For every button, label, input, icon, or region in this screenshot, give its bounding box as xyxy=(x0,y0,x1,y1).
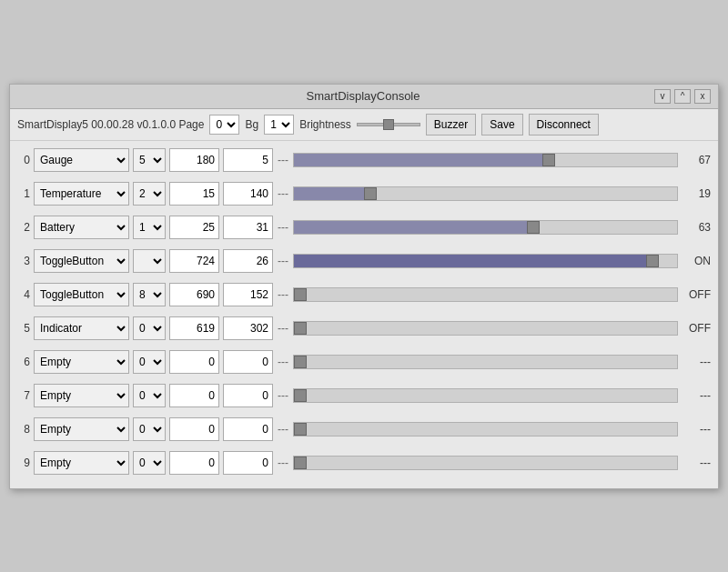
row-val2-input[interactable] xyxy=(223,316,273,340)
row-param-select[interactable]: 1 0123 45678 xyxy=(133,216,166,239)
table-row: 3 ToggleButton Empty Gauge Temperature B… xyxy=(17,246,711,276)
maximize-button[interactable]: ^ xyxy=(674,89,691,104)
table-row: 8 Empty Empty Gauge Temperature Battery … xyxy=(17,414,711,445)
row-value: --- xyxy=(683,423,711,436)
row-slider-container: ON xyxy=(293,254,711,268)
row-param-select[interactable]: 8 0123 45678 xyxy=(133,283,166,306)
row-param-select[interactable]: 0 0123 45678 xyxy=(133,316,166,340)
row-slider-container: --- xyxy=(293,388,711,403)
row-index: 6 xyxy=(17,356,30,368)
table-row: 0 Gauge Empty Gauge Temperature Battery … xyxy=(17,145,711,176)
row-slider[interactable] xyxy=(293,422,678,437)
minimize-button[interactable]: v xyxy=(654,89,671,104)
row-value: --- xyxy=(683,389,711,402)
disconnect-button[interactable]: Disconnect xyxy=(529,114,599,135)
row-slider[interactable] xyxy=(293,321,678,336)
row-slider-container: 63 xyxy=(293,220,711,235)
row-val2-input[interactable] xyxy=(223,216,273,239)
row-val2-input[interactable] xyxy=(223,148,273,172)
row-dash: --- xyxy=(277,389,289,402)
row-val1-input[interactable] xyxy=(169,148,219,172)
buzzer-button[interactable]: Buzzer xyxy=(426,114,476,135)
table-row: 2 Battery Empty Gauge Temperature Batter… xyxy=(17,212,711,243)
row-index: 1 xyxy=(17,187,30,200)
row-slider[interactable] xyxy=(293,287,678,302)
table-row: 4 ToggleButton Empty Gauge Temperature B… xyxy=(17,279,711,310)
row-slider[interactable] xyxy=(293,355,678,369)
row-slider[interactable] xyxy=(293,186,678,201)
row-slider[interactable] xyxy=(293,456,678,470)
row-val2-input[interactable] xyxy=(223,417,273,441)
main-window: SmartDisplayConsole v ^ x SmartDisplay5 … xyxy=(9,84,719,489)
row-val1-input[interactable] xyxy=(169,283,219,306)
row-index: 8 xyxy=(17,423,30,436)
rows-container: 0 Gauge Empty Gauge Temperature Battery … xyxy=(10,141,718,488)
row-val1-input[interactable] xyxy=(169,249,219,273)
row-type-select[interactable]: Empty Empty Gauge Temperature Battery To… xyxy=(34,451,129,475)
row-type-select[interactable]: Empty Empty Gauge Temperature Battery To… xyxy=(34,384,129,407)
row-type-select[interactable]: ToggleButton Empty Gauge Temperature Bat… xyxy=(34,249,129,273)
row-value: 63 xyxy=(683,221,711,234)
row-value: OFF xyxy=(683,288,711,301)
row-dash: --- xyxy=(277,154,289,166)
table-row: 1 Temperature Empty Gauge Temperature Ba… xyxy=(17,178,711,209)
row-type-select[interactable]: Empty Empty Gauge Temperature Battery To… xyxy=(34,350,129,374)
close-button[interactable]: x xyxy=(694,89,711,104)
row-val1-input[interactable] xyxy=(169,384,219,407)
row-index: 5 xyxy=(17,322,30,335)
bg-label: Bg xyxy=(245,118,258,131)
row-val1-input[interactable] xyxy=(169,350,219,374)
window-controls: v ^ x xyxy=(654,89,711,104)
row-val1-input[interactable] xyxy=(169,316,219,340)
row-slider[interactable] xyxy=(293,153,678,167)
row-type-select[interactable]: ToggleButton Empty Gauge Temperature Bat… xyxy=(34,283,129,306)
bg-select[interactable]: 10 xyxy=(264,115,294,135)
row-val2-input[interactable] xyxy=(223,350,273,374)
row-param-select[interactable]: 5 0123 45678 xyxy=(133,148,166,172)
row-type-select[interactable]: Temperature Empty Gauge Temperature Batt… xyxy=(34,182,129,206)
row-slider[interactable] xyxy=(293,254,678,268)
row-slider[interactable] xyxy=(293,220,678,235)
row-value: --- xyxy=(683,457,711,469)
row-type-select[interactable]: Gauge Empty Gauge Temperature Battery To… xyxy=(34,148,129,172)
row-val1-input[interactable] xyxy=(169,216,219,239)
row-param-select[interactable]: 2 0123 45678 xyxy=(133,182,166,206)
brightness-slider[interactable] xyxy=(357,123,420,126)
row-type-select[interactable]: Empty Empty Gauge Temperature Battery To… xyxy=(34,417,129,441)
row-val1-input[interactable] xyxy=(169,182,219,206)
row-slider-container: OFF xyxy=(293,321,711,336)
row-val1-input[interactable] xyxy=(169,451,219,475)
row-param-select[interactable]: 0 0123 45678 xyxy=(133,451,166,475)
window-title: SmartDisplayConsole xyxy=(72,89,654,103)
row-dash: --- xyxy=(277,322,289,335)
page-select[interactable]: 012 xyxy=(209,115,239,135)
row-param-select[interactable]: 0123 45678 xyxy=(133,249,166,273)
row-type-select[interactable]: Indicator Empty Gauge Temperature Batter… xyxy=(34,316,129,340)
row-val1-input[interactable] xyxy=(169,417,219,441)
row-slider-container: --- xyxy=(293,456,711,470)
row-slider[interactable] xyxy=(293,388,678,403)
row-val2-input[interactable] xyxy=(223,249,273,273)
row-param-select[interactable]: 0 0123 45678 xyxy=(133,417,166,441)
row-dash: --- xyxy=(277,423,289,436)
row-value: 19 xyxy=(683,187,711,200)
row-slider-container: --- xyxy=(293,422,711,437)
row-value: OFF xyxy=(683,322,711,335)
row-dash: --- xyxy=(277,288,289,301)
row-value: ON xyxy=(683,255,711,267)
row-val2-input[interactable] xyxy=(223,451,273,475)
row-index: 3 xyxy=(17,255,30,267)
row-dash: --- xyxy=(277,221,289,234)
row-dash: --- xyxy=(277,255,289,267)
save-button[interactable]: Save xyxy=(481,114,522,135)
row-index: 2 xyxy=(17,221,30,234)
table-row: 9 Empty Empty Gauge Temperature Battery … xyxy=(17,447,711,478)
row-val2-input[interactable] xyxy=(223,384,273,407)
row-type-select[interactable]: Battery Empty Gauge Temperature Battery … xyxy=(34,216,129,239)
row-index: 9 xyxy=(17,457,30,469)
row-val2-input[interactable] xyxy=(223,182,273,206)
row-index: 0 xyxy=(17,154,30,166)
row-param-select[interactable]: 0 0123 45678 xyxy=(133,384,166,407)
row-val2-input[interactable] xyxy=(223,283,273,306)
row-param-select[interactable]: 0 0123 45678 xyxy=(133,350,166,374)
